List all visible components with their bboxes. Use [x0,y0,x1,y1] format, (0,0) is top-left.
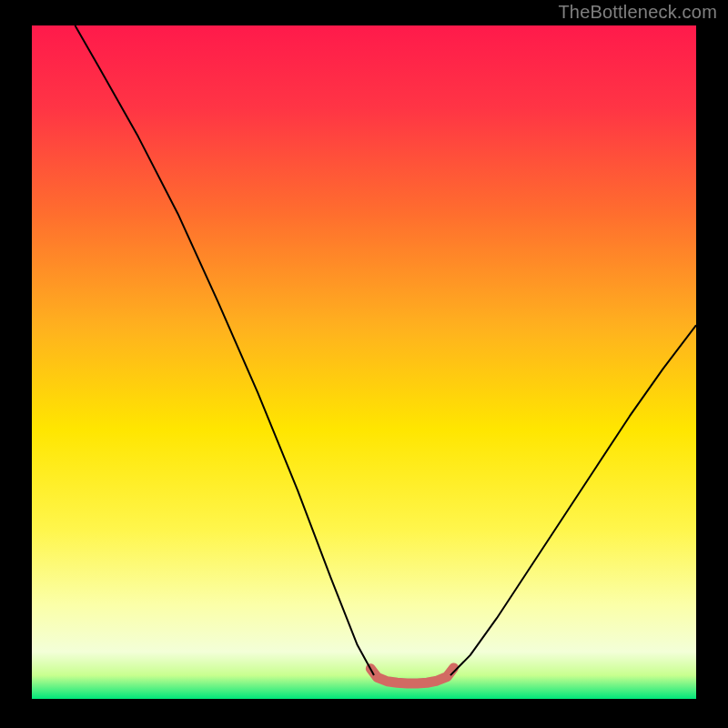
plot-area [32,25,696,699]
valley-marker-series [370,668,453,683]
left-branch-series [75,25,374,675]
curve-layer [32,25,696,699]
chart-frame: TheBottleneck.com [0,0,728,728]
watermark-text: TheBottleneck.com [558,2,717,23]
right-branch-series [450,325,696,675]
